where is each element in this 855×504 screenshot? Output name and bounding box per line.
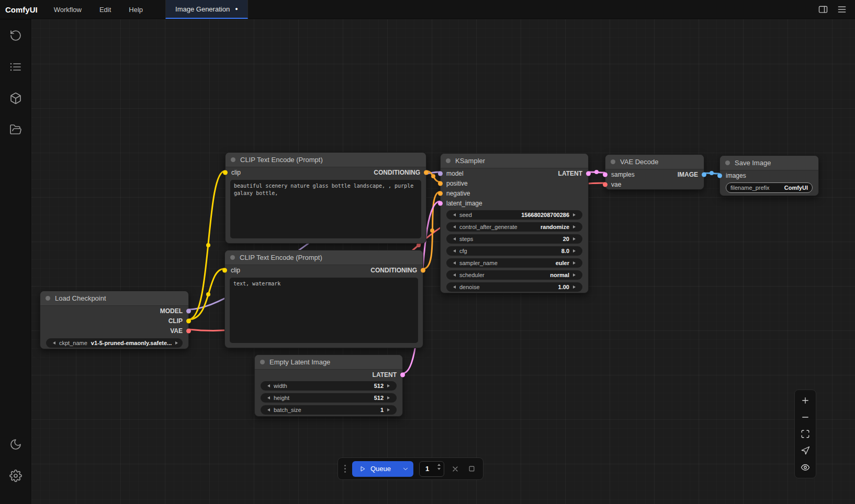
decrement-icon[interactable] xyxy=(265,396,270,399)
collapse-dot-icon[interactable] xyxy=(446,158,451,163)
input-slot-samples[interactable] xyxy=(603,172,608,177)
node-clip-text-encode-positive[interactable]: CLIP Text Encode (Prompt) clip CONDITION… xyxy=(225,152,426,244)
queue-list-icon[interactable] xyxy=(8,60,23,74)
stop-icon[interactable] xyxy=(466,464,477,474)
model-library-icon[interactable] xyxy=(8,91,23,106)
widget-seed[interactable]: seed 156680208700286 xyxy=(446,210,582,220)
toggle-visibility-eye-icon[interactable] xyxy=(800,462,811,473)
node-titlebar[interactable]: Load Checkpoint xyxy=(40,291,188,306)
node-load-checkpoint[interactable]: Load Checkpoint MODEL CLIP VAE ckpt_name… xyxy=(40,291,189,349)
decrement-icon[interactable] xyxy=(451,213,456,216)
widget-control-after-generate[interactable]: control_after_generate randomize xyxy=(446,222,582,232)
prev-value-icon[interactable] xyxy=(451,225,456,228)
link-image[interactable] xyxy=(704,173,719,174)
increment-icon[interactable] xyxy=(573,285,578,289)
prev-value-icon[interactable] xyxy=(451,273,456,277)
next-value-icon[interactable] xyxy=(573,261,578,265)
collapse-dot-icon[interactable] xyxy=(46,296,50,301)
link-midpoint-dot[interactable] xyxy=(710,171,714,175)
node-clip-text-encode-negative[interactable]: CLIP Text Encode (Prompt) clip CONDITION… xyxy=(224,250,423,348)
increment-icon[interactable] xyxy=(387,384,392,387)
prev-value-icon[interactable] xyxy=(50,341,55,345)
output-slot-conditioning[interactable] xyxy=(424,170,429,175)
output-slot-latent[interactable] xyxy=(400,372,405,377)
decrement-icon[interactable] xyxy=(451,237,456,240)
theme-moon-icon[interactable] xyxy=(8,437,23,452)
decrement-icon[interactable] xyxy=(451,249,456,253)
widget-cfg[interactable]: cfg 8.0 xyxy=(446,246,582,256)
link-midpoint-dot[interactable] xyxy=(206,292,210,296)
decrement-batch-icon[interactable] xyxy=(437,468,441,470)
output-slot-clip[interactable] xyxy=(186,318,191,323)
prompt-textarea[interactable]: text, watermark xyxy=(230,278,418,343)
next-value-icon[interactable] xyxy=(573,225,578,228)
widget-steps[interactable]: steps 20 xyxy=(446,234,582,244)
prompt-textarea[interactable]: beautiful scenery nature glass bottle la… xyxy=(230,180,421,238)
increment-icon[interactable] xyxy=(387,408,392,411)
next-value-icon[interactable] xyxy=(573,273,578,277)
workflow-tab[interactable]: Image Generation ● xyxy=(165,0,248,19)
widget-width[interactable]: width 512 xyxy=(261,381,397,391)
link-clip-positive[interactable] xyxy=(189,171,225,319)
node-titlebar[interactable]: CLIP Text Encode (Prompt) xyxy=(226,153,426,167)
output-slot-latent[interactable] xyxy=(586,171,591,176)
link-midpoint-dot[interactable] xyxy=(206,243,210,247)
node-graph-canvas[interactable]: Load Checkpoint MODEL CLIP VAE ckpt_name… xyxy=(31,19,855,504)
node-titlebar[interactable]: Save Image xyxy=(720,156,818,170)
increment-icon[interactable] xyxy=(573,237,578,240)
workflows-folder-icon[interactable] xyxy=(8,122,23,137)
input-slot-clip[interactable] xyxy=(222,268,227,272)
node-save-image[interactable]: Save Image images filename_prefix ComfyU… xyxy=(719,155,819,196)
batch-count-stepper[interactable]: 1 xyxy=(419,461,444,477)
node-ksampler[interactable]: KSampler model LATENT positive negative … xyxy=(440,153,589,293)
menu-icon[interactable] xyxy=(836,4,848,15)
menu-edit[interactable]: Edit xyxy=(91,6,120,14)
zoom-out-icon[interactable] xyxy=(800,412,811,422)
widget-height[interactable]: height 512 xyxy=(261,393,397,403)
node-titlebar[interactable]: KSampler xyxy=(441,154,588,168)
link-midpoint-dot[interactable] xyxy=(430,228,434,233)
output-slot-image[interactable] xyxy=(702,172,706,177)
select-mode-icon[interactable] xyxy=(800,445,811,456)
link-midpoint-dot[interactable] xyxy=(594,170,599,174)
increment-batch-icon[interactable] xyxy=(437,464,441,466)
increment-icon[interactable] xyxy=(387,396,392,399)
increment-icon[interactable] xyxy=(573,213,578,216)
widget-sampler-name[interactable]: sampler_name euler xyxy=(446,258,582,268)
panel-right-icon[interactable] xyxy=(817,4,829,15)
decrement-icon[interactable] xyxy=(265,384,270,387)
link-midpoint-dot[interactable] xyxy=(431,174,435,178)
prev-value-icon[interactable] xyxy=(451,261,456,265)
menu-help[interactable]: Help xyxy=(120,6,152,14)
output-slot-conditioning[interactable] xyxy=(421,268,425,272)
increment-icon[interactable] xyxy=(573,249,578,253)
widget-scheduler[interactable]: scheduler normal xyxy=(446,270,582,280)
widget-denoise[interactable]: denoise 1.00 xyxy=(446,282,582,292)
node-vae-decode[interactable]: VAE Decode samples IMAGE vae xyxy=(605,154,704,190)
widget-filename-prefix[interactable]: filename_prefix ComfyUI xyxy=(726,182,813,193)
collapse-dot-icon[interactable] xyxy=(260,360,265,364)
output-slot-vae[interactable] xyxy=(186,328,191,333)
history-icon[interactable] xyxy=(8,28,23,43)
clear-queue-icon[interactable] xyxy=(450,464,460,474)
zoom-in-icon[interactable] xyxy=(800,395,811,406)
drag-handle-icon[interactable] xyxy=(344,465,346,473)
next-value-icon[interactable] xyxy=(175,341,181,345)
input-slot-positive[interactable] xyxy=(438,181,443,186)
node-titlebar[interactable]: VAE Decode xyxy=(605,155,704,169)
input-slot-clip[interactable] xyxy=(223,170,228,175)
input-slot-model[interactable] xyxy=(438,171,443,176)
link-samples[interactable] xyxy=(589,172,605,173)
widget-batch-size[interactable]: batch_size 1 xyxy=(261,405,397,415)
node-empty-latent-image[interactable]: Empty Latent Image LATENT width 512 heig… xyxy=(254,354,403,417)
link-clip-negative[interactable] xyxy=(189,269,224,319)
collapse-dot-icon[interactable] xyxy=(231,157,235,162)
input-slot-vae[interactable] xyxy=(603,182,608,187)
decrement-icon[interactable] xyxy=(451,285,456,289)
decrement-icon[interactable] xyxy=(265,408,270,411)
node-titlebar[interactable]: CLIP Text Encode (Prompt) xyxy=(225,250,423,265)
collapse-dot-icon[interactable] xyxy=(230,255,235,260)
queue-run-button[interactable]: Queue xyxy=(352,461,398,477)
queue-options-button[interactable] xyxy=(398,461,413,477)
output-slot-model[interactable] xyxy=(186,308,191,313)
